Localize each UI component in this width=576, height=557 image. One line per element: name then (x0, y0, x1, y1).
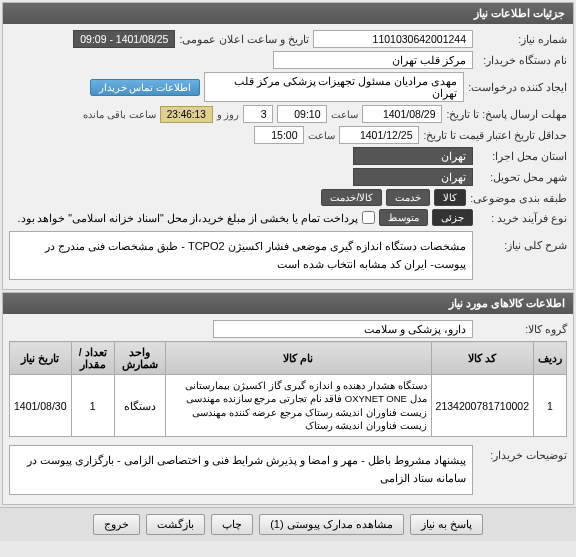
notes-label: توضیحات خریدار: (477, 443, 567, 461)
deadline-time: 09:10 (277, 105, 327, 123)
announce-label: تاریخ و ساعت اعلان عمومی: (179, 33, 309, 45)
validity-date: 1401/12/25 (339, 126, 419, 144)
deadline-date: 1401/08/29 (362, 105, 442, 123)
pay-checkbox-row: پرداخت تمام یا بخشی از مبلغ خرید،از محل … (18, 211, 375, 224)
panel-header: جزئیات اطلاعات نیاز (3, 3, 573, 24)
cell-code: 2134200781710002 (431, 375, 533, 437)
back-button[interactable]: بازگشت (146, 514, 205, 535)
deliver-label: شهر محل تحویل: (477, 171, 567, 183)
cell-date: 1401/08/30 (10, 375, 72, 437)
days-label: روز و (217, 109, 240, 120)
topic-goods[interactable]: کالا (434, 189, 466, 206)
creator-label: ایجاد کننده درخواست: (468, 81, 567, 93)
items-panel: اطلاعات کالاهای مورد نیاز گروه کالا: دار… (2, 292, 574, 504)
buyer-label: نام دستگاه خریدار: (477, 54, 567, 66)
group-value: دارو، پزشکی و سلامت (213, 320, 473, 338)
exec-label: استان محل اجرا: (477, 150, 567, 162)
topic-label: طبقه بندی موضوعی: (470, 192, 567, 204)
pay-checkbox[interactable] (362, 211, 375, 224)
summary-value: مشخصات دستگاه اندازه گیری موضعی فشار اکس… (9, 231, 473, 280)
panel-body: شماره نیاز: 1101030642001244 تاریخ و ساع… (3, 24, 573, 289)
process-label: نوع فرآیند خرید : (477, 212, 567, 224)
col-date: تاریخ نیاز (10, 342, 72, 375)
print-button[interactable]: چاپ (211, 514, 253, 535)
exit-button[interactable]: خروج (93, 514, 140, 535)
main-panel: جزئیات اطلاعات نیاز شماره نیاز: 11010306… (2, 2, 574, 290)
items-title: اطلاعات کالاهای مورد نیاز (449, 297, 565, 309)
items-body: گروه کالا: دارو، پزشکی و سلامت ردیف کد ک… (3, 314, 573, 503)
table-row[interactable]: 1 2134200781710002 دستگاه هشدار دهنده و … (10, 375, 567, 437)
items-header: اطلاعات کالاهای مورد نیاز (3, 293, 573, 314)
topic-radio-group: کالا خدمت کالا/خدمت (321, 189, 466, 206)
cell-unit: دستگاه (114, 375, 165, 437)
notes-value: پیشنهاد مشروط باطل - مهر و امضا و پذیرش … (9, 445, 473, 494)
process-low[interactable]: جزئی (432, 209, 473, 226)
exec-value: تهران (353, 147, 473, 165)
col-unit: واحد شمارش (114, 342, 165, 375)
need-no-value: 1101030642001244 (313, 30, 473, 48)
validity-label: حداقل تاریخ اعتبار قیمت تا تاریخ: (423, 129, 567, 141)
need-no-label: شماره نیاز: (477, 33, 567, 45)
group-label: گروه کالا: (477, 323, 567, 335)
contact-button[interactable]: اطلاعات تماس خریدار (90, 79, 201, 96)
timer-value: 23:46:13 (160, 106, 213, 123)
days-value: 3 (243, 105, 273, 123)
cell-name: دستگاه هشدار دهنده و اندازه گیری گاز اکس… (166, 375, 432, 437)
col-code: کد کالا (431, 342, 533, 375)
time-label-1: ساعت (331, 109, 358, 120)
items-table: ردیف کد کالا نام کالا واحد شمارش تعداد /… (9, 341, 567, 437)
time-label-2: ساعت (308, 130, 335, 141)
attachments-button[interactable]: مشاهده مدارک پیوستی (1) (259, 514, 404, 535)
validity-time: 15:00 (254, 126, 304, 144)
process-radio-group: جزئی متوسط (379, 209, 473, 226)
topic-both[interactable]: کالا/خدمت (321, 189, 382, 206)
respond-button[interactable]: پاسخ به نیاز (410, 514, 483, 535)
topic-service[interactable]: خدمت (386, 189, 430, 206)
pay-check-label: پرداخت تمام یا بخشی از مبلغ خرید،از محل … (18, 212, 358, 224)
cell-qty: 1 (71, 375, 114, 437)
deadline-label: مهلت ارسال پاسخ: تا تاریخ: (446, 108, 567, 120)
footer-bar: پاسخ به نیاز مشاهده مدارک پیوستی (1) چاپ… (0, 507, 576, 541)
panel-title: جزئیات اطلاعات نیاز (474, 7, 565, 19)
col-row: ردیف (534, 342, 567, 375)
deliver-value: تهران (353, 168, 473, 186)
col-name: نام کالا (166, 342, 432, 375)
process-mid[interactable]: متوسط (379, 209, 428, 226)
cell-row: 1 (534, 375, 567, 437)
col-qty: تعداد / مقدار (71, 342, 114, 375)
buyer-value: مرکز قلب تهران (273, 51, 473, 69)
remain-label: ساعت باقی مانده (83, 109, 156, 120)
summary-label: شرح کلی نیاز: (477, 229, 567, 251)
announce-value: 1401/08/25 - 09:09 (73, 30, 175, 48)
creator-value: مهدی مرادیان مسئول تجهیزات پزشکی مرکز قل… (204, 72, 464, 102)
table-header-row: ردیف کد کالا نام کالا واحد شمارش تعداد /… (10, 342, 567, 375)
